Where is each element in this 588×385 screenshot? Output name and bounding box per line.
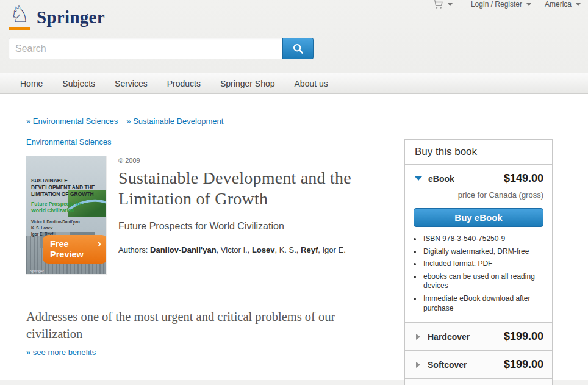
feature-download: Immediate eBook download after purchase — [422, 294, 543, 313]
payment-methods: VISA MasterCard AMERICAN EXPRESS PayPal … — [405, 378, 552, 385]
breadcrumb-divider — [26, 131, 381, 131]
triangle-right-icon — [416, 362, 420, 368]
softcover-label: Softcover — [428, 360, 467, 370]
buy-ebook-button[interactable]: Buy eBook — [414, 208, 543, 227]
account-bar: Login / Register America — [433, 0, 581, 10]
caret-down-icon — [576, 3, 581, 6]
authors-line: Authors: Danilov-Danil'yan, Victor I., L… — [118, 245, 382, 254]
authors-label: Authors: — [118, 245, 150, 254]
buy-box-title: Buy this book — [405, 140, 552, 165]
cover-title: SUSTAINABLE DEVELOPMENT AND THE LIMITATI… — [31, 178, 104, 198]
ebook-accordion-toggle[interactable]: eBook $149.00 — [414, 172, 543, 185]
nav-item-home[interactable]: Home — [20, 79, 43, 88]
nav-item-products[interactable]: Products — [167, 79, 201, 88]
triangle-right-icon — [416, 334, 420, 340]
author-surname: Losev — [252, 245, 275, 254]
main-nav: Home Subjects Services Products Springer… — [0, 73, 588, 94]
feature-devices: ebooks can be used on all reading device… — [422, 272, 543, 291]
free-preview-button[interactable]: Free Preview › — [43, 235, 106, 264]
copyright-year: © 2009 — [118, 157, 382, 164]
breadcrumb: » Environmental Sciences » Sustainable D… — [26, 117, 232, 126]
benefit-headline: Addresses one of the most urgent and cri… — [26, 308, 379, 343]
free-preview-label: Free Preview — [50, 239, 89, 261]
subject-link[interactable]: Environmental Sciences — [26, 137, 111, 146]
book-subtitle: Future Prospects for World Civilization — [118, 221, 382, 232]
logo-orange-underline — [9, 27, 30, 30]
caret-down-icon — [448, 3, 453, 6]
magnifier-icon — [292, 43, 304, 55]
cover-subtitle: Future Prospects for World Civilization — [31, 201, 82, 215]
cart-icon — [433, 0, 443, 9]
brand-wordmark: Springer — [37, 7, 105, 27]
feature-watermark: Digitally watermarked, DRM-free — [422, 247, 543, 257]
hardcover-label: Hardcover — [428, 332, 470, 342]
feature-isbn: ISBN 978-3-540-75250-9 — [422, 234, 543, 244]
login-register-menu[interactable]: Login / Register — [471, 0, 531, 9]
nav-item-springer-shop[interactable]: Springer Shop — [220, 79, 275, 88]
nav-item-about-us[interactable]: About us — [295, 79, 328, 88]
springer-logo[interactable]: ♘ Springer — [9, 2, 105, 30]
breadcrumb-sustainable-development[interactable]: » Sustainable Development — [126, 117, 223, 126]
hardcover-accordion-toggle[interactable]: Hardcover $199.00 — [405, 322, 552, 350]
search-button[interactable] — [282, 38, 314, 59]
page-title: Sustainable Development and the Limitati… — [118, 168, 373, 209]
site-header: ♘ Springer Login / Register Ameri — [0, 0, 588, 73]
region-label: America — [545, 0, 572, 9]
triangle-down-icon — [415, 176, 422, 181]
cover-publisher-label: Springer — [30, 269, 44, 273]
author-surname: Danilov-Danil'yan — [150, 245, 217, 254]
ebook-feature-list: ISBN 978-3-540-75250-9 Digitally waterma… — [414, 234, 543, 313]
nav-item-services[interactable]: Services — [115, 79, 148, 88]
book-meta: © 2009 Sustainable Development and the L… — [118, 157, 382, 254]
search-input[interactable] — [9, 38, 282, 59]
nav-item-subjects[interactable]: Subjects — [62, 79, 95, 88]
hardcover-price: $199.00 — [504, 330, 543, 343]
chevron-right-icon: › — [98, 237, 101, 250]
ebook-section: eBook $149.00 price for Canada (gross) B… — [405, 165, 552, 322]
springer-horse-icon: ♘ — [9, 2, 30, 30]
feature-format: Included format: PDF — [422, 259, 543, 269]
caret-down-icon — [526, 3, 531, 6]
buy-box: Buy this book eBook $149.00 price for Ca… — [404, 139, 553, 385]
springer-book-page: ♘ Springer Login / Register Ameri — [0, 0, 588, 385]
breadcrumb-environmental-sciences[interactable]: » Environmental Sciences — [26, 117, 118, 126]
softcover-price: $199.00 — [504, 358, 543, 371]
cart-menu[interactable] — [433, 0, 453, 9]
ebook-label: eBook — [428, 174, 454, 184]
book-cover[interactable]: SUSTAINABLE DEVELOPMENT AND THE LIMITATI… — [26, 156, 106, 274]
price-note: price for Canada (gross) — [414, 190, 543, 200]
author-surname: Reyf — [301, 245, 318, 254]
login-register-label: Login / Register — [471, 0, 522, 9]
search-bar — [9, 38, 314, 59]
see-more-benefits-link[interactable]: » see more benefits — [26, 348, 96, 357]
region-menu[interactable]: America — [545, 0, 581, 9]
softcover-accordion-toggle[interactable]: Softcover $199.00 — [405, 350, 552, 378]
ebook-price: $149.00 — [504, 172, 543, 185]
